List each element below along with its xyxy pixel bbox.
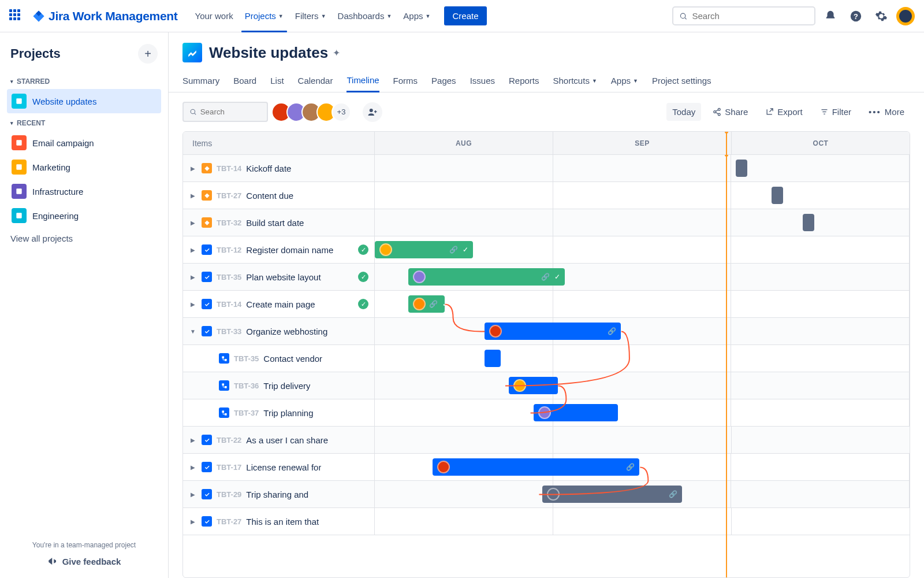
item-cell[interactable]: TBT-37Trip planning — [183, 399, 375, 426]
gantt-bar[interactable] — [534, 404, 618, 421]
search-input[interactable] — [692, 11, 808, 21]
item-cell[interactable]: TBT-36Trip delivery — [183, 372, 375, 399]
nav-apps[interactable]: Apps▼ — [397, 6, 436, 25]
sidebar-section-starred[interactable]: STARRED — [7, 72, 161, 89]
share-button[interactable]: Share — [707, 103, 754, 121]
issue-title[interactable]: Kickoff date — [246, 164, 291, 173]
issue-title[interactable]: License renewal for — [246, 462, 321, 472]
view-all-projects-link[interactable]: View all projects — [7, 228, 161, 249]
issue-title[interactable]: Register domain name — [246, 245, 333, 255]
tab-project-settings[interactable]: Project settings — [652, 69, 711, 92]
nav-projects[interactable]: Projects▼ — [239, 6, 289, 25]
expand-chevron[interactable]: ▶ — [189, 247, 197, 253]
issue-title[interactable]: Organize webhosting — [246, 327, 327, 336]
issue-key[interactable]: TBT-14 — [217, 164, 241, 173]
item-cell[interactable]: ▶TBT-27Content due — [183, 182, 375, 209]
issue-title[interactable]: Trip delivery — [263, 381, 310, 391]
item-cell[interactable]: ▶TBT-22As a user I can share — [183, 427, 375, 453]
nav-your-work[interactable]: Your work — [189, 6, 239, 25]
sidebar-item-marketing[interactable]: Marketing — [7, 155, 161, 179]
item-cell[interactable]: ▶TBT-27This is an item that — [183, 508, 375, 535]
expand-chevron[interactable]: ▼ — [189, 328, 197, 335]
issue-key[interactable]: TBT-22 — [217, 436, 241, 444]
profile-avatar[interactable] — [896, 7, 915, 25]
issue-key[interactable]: TBT-17 — [217, 463, 241, 472]
issue-key[interactable]: TBT-32 — [217, 218, 241, 227]
expand-chevron[interactable]: ▶ — [189, 518, 197, 525]
gantt-bar[interactable]: 🔗✓ — [375, 241, 473, 258]
give-feedback-button[interactable]: Give feedback — [7, 556, 161, 566]
timeline-search[interactable] — [182, 102, 268, 122]
issue-title[interactable]: Create main page — [246, 299, 315, 309]
gantt-bar[interactable]: 🔗 — [542, 486, 682, 503]
gantt-bar[interactable] — [509, 377, 558, 394]
issue-key[interactable]: TBT-27 — [217, 517, 241, 526]
gantt-bar[interactable] — [772, 187, 783, 204]
item-cell[interactable]: ▼TBT-33Organize webhosting — [183, 318, 375, 344]
nav-dashboards[interactable]: Dashboards▼ — [332, 6, 398, 25]
gantt-bar[interactable]: 🔗✓ — [408, 268, 564, 286]
issue-key[interactable]: TBT-36 — [234, 381, 259, 390]
tab-forms[interactable]: Forms — [393, 69, 418, 92]
expand-chevron[interactable]: ▶ — [189, 274, 197, 280]
jira-logo[interactable]: Jira Work Management — [32, 9, 178, 23]
tab-board[interactable]: Board — [233, 69, 256, 92]
add-project-button[interactable]: + — [138, 44, 158, 64]
issue-key[interactable]: TBT-37 — [234, 409, 259, 417]
gantt-bar[interactable]: 🔗✓ — [408, 295, 445, 313]
issue-key[interactable]: TBT-35 — [234, 354, 259, 363]
today-button[interactable]: Today — [666, 103, 701, 121]
issue-key[interactable]: TBT-27 — [217, 191, 241, 200]
issue-title[interactable]: Trip planning — [263, 408, 313, 418]
nav-filters[interactable]: Filters▼ — [289, 6, 332, 25]
expand-chevron[interactable]: ▶ — [189, 192, 197, 199]
issue-title[interactable]: Build start date — [246, 218, 304, 228]
notifications-icon[interactable] — [820, 6, 841, 27]
item-cell[interactable]: ▶TBT-17License renewal for — [183, 454, 375, 480]
issue-key[interactable]: TBT-29 — [217, 490, 241, 499]
global-search[interactable] — [672, 6, 815, 25]
item-cell[interactable]: ▶TBT-14Kickoff date — [183, 155, 375, 181]
issue-key[interactable]: TBT-14 — [217, 300, 241, 309]
apps-switcher-icon[interactable] — [9, 9, 23, 23]
tab-issues[interactable]: Issues — [470, 69, 495, 92]
issue-key[interactable]: TBT-35 — [217, 273, 241, 281]
expand-chevron[interactable]: ▶ — [189, 220, 197, 226]
expand-chevron[interactable]: ▶ — [189, 301, 197, 307]
sidebar-section-recent[interactable]: RECENT — [7, 113, 161, 131]
issue-title[interactable]: This is an item that — [246, 517, 319, 527]
tab-apps[interactable]: Apps▼ — [611, 69, 638, 92]
tab-summary[interactable]: Summary — [182, 69, 219, 92]
issue-key[interactable]: TBT-33 — [217, 327, 241, 336]
tab-shortcuts[interactable]: Shortcuts▼ — [553, 69, 597, 92]
tab-list[interactable]: List — [270, 69, 284, 92]
automation-icon[interactable]: ✦ — [333, 47, 340, 58]
help-icon[interactable]: ? — [845, 6, 866, 27]
item-cell[interactable]: ▶TBT-12Register domain name✓ — [183, 236, 375, 263]
expand-chevron[interactable]: ▶ — [189, 437, 197, 443]
gantt-bar[interactable] — [485, 350, 501, 367]
add-people-button[interactable] — [363, 102, 382, 122]
expand-chevron[interactable]: ▶ — [189, 464, 197, 470]
gantt-bar[interactable]: 🔗 — [485, 323, 621, 340]
sidebar-item-email-campaign[interactable]: Email campaign — [7, 131, 161, 155]
sidebar-item-infrastructure[interactable]: Infrastructure — [7, 179, 161, 203]
sidebar-item-website-updates[interactable]: Website updates — [7, 89, 161, 113]
more-button[interactable]: •••More — [863, 103, 910, 121]
expand-chevron[interactable]: ▶ — [189, 165, 197, 172]
timeline-search-input[interactable] — [200, 108, 261, 116]
sidebar-item-engineering[interactable]: Engineering — [7, 203, 161, 228]
tab-reports[interactable]: Reports — [509, 69, 539, 92]
issue-title[interactable]: As a user I can share — [246, 435, 328, 445]
assignee-filter-avatars[interactable]: +3 — [276, 102, 351, 122]
settings-icon[interactable] — [871, 6, 892, 27]
expand-chevron[interactable]: ▶ — [189, 491, 197, 498]
filter-button[interactable]: Filter — [814, 103, 857, 121]
avatar-more[interactable]: +3 — [331, 102, 351, 122]
tab-calendar[interactable]: Calendar — [298, 69, 333, 92]
item-cell[interactable]: ▶TBT-29Trip sharing and — [183, 481, 375, 507]
issue-title[interactable]: Trip sharing and — [246, 490, 308, 499]
issue-title[interactable]: Content due — [246, 191, 293, 201]
item-cell[interactable]: ▶TBT-32Build start date — [183, 209, 375, 236]
issue-title[interactable]: Plan website layout — [246, 272, 321, 282]
